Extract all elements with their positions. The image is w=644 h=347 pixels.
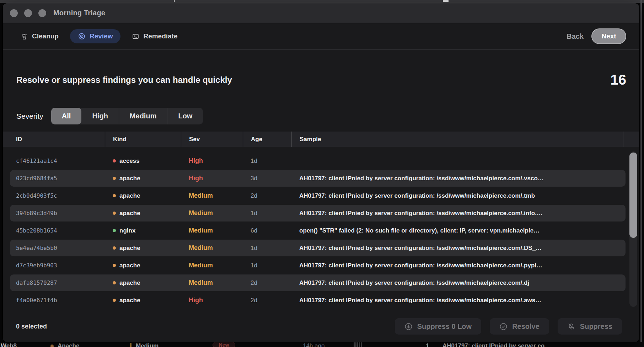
background-table-row: Web8 Apache Medium New 14h ago 1 AH01797… [0, 342, 644, 347]
severity-segment-medium[interactable]: Medium [119, 108, 167, 124]
finding-age: 6d [243, 227, 291, 234]
finding-severity: High [181, 157, 243, 165]
scrollbar-track[interactable] [629, 151, 637, 307]
minimize-window-button[interactable] [24, 9, 32, 17]
finding-age: 1d [243, 210, 291, 217]
new-badge: New [213, 342, 235, 347]
table-row[interactable]: 45be208b1654 nginx Medium 6d open() "STR… [3, 222, 639, 239]
finding-sample: AH01797: client IPnied by server configu… [291, 262, 639, 269]
column-header-sev: Sev [181, 132, 243, 147]
findings-table: IDKindSevAgeSample cf46121aa1c4 access H… [3, 132, 639, 309]
finding-severity: Medium [181, 279, 243, 287]
background-text-fragment [174, 0, 175, 2]
next-button[interactable]: Next [591, 28, 626, 44]
finding-age: 1d [243, 245, 291, 252]
finding-severity: Medium [181, 227, 243, 234]
finding-severity: High [181, 297, 243, 304]
column-header-age: Age [243, 132, 291, 147]
finding-id: 5e4ea74be5b0 [3, 245, 105, 251]
window-title: Morning Triage [53, 9, 105, 17]
finding-severity: High [181, 175, 243, 182]
severity-bar-icon [130, 343, 132, 347]
finding-severity: Medium [181, 262, 243, 269]
finding-kind: apache [105, 262, 181, 269]
finding-sample: open() "STR" failed (2: No such file or … [291, 227, 639, 234]
footer-bar: 0 selected Suppress 0 Low Resolve Suppre… [3, 318, 639, 335]
scrollbar-thumb[interactable] [629, 153, 637, 238]
finding-sample: AH01797: client IPnied by server configu… [291, 297, 639, 304]
resolve-button[interactable]: Resolve [490, 318, 549, 335]
table-row[interactable]: 394b89c3d49b apache Medium 1d AH01797: c… [3, 204, 639, 222]
finding-kind: access [105, 158, 181, 165]
finding-kind: apache [105, 192, 181, 199]
morning-triage-window: Morning Triage Cleanup Review Remediate … [3, 3, 639, 342]
finding-id: 2cb0d4903f5c [3, 192, 105, 199]
kind-dot-icon [113, 281, 116, 284]
close-window-button[interactable] [10, 9, 18, 17]
severity-segment-high[interactable]: High [81, 108, 118, 124]
finding-id: f4a00e671f4b [3, 297, 105, 304]
table-header-row: IDKindSevAgeSample [3, 132, 639, 147]
back-button[interactable]: Back [567, 32, 584, 41]
finding-id: d7c39eb9b903 [3, 262, 105, 269]
finding-age: 2d [243, 192, 291, 199]
column-header-kind: Kind [105, 132, 181, 147]
finding-kind: apache [105, 175, 181, 182]
background-kind-label: Apache [58, 342, 79, 347]
toolbar: Cleanup Review Remediate Back Next [3, 23, 639, 50]
titlebar: Morning Triage [3, 3, 639, 23]
sparkline-icon [354, 342, 362, 347]
severity-segment-low[interactable]: Low [167, 108, 203, 124]
finding-sample: AH01797: client IPnied by server configu… [291, 210, 639, 217]
table-row[interactable]: dafa81570287 apache Medium 2d AH01797: c… [3, 274, 639, 292]
finding-kind: apache [105, 279, 181, 287]
background-count-label: 1 [426, 342, 429, 347]
finding-age: 1d [243, 262, 291, 269]
table-row[interactable]: d7c39eb9b903 apache Medium 1d AH01797: c… [3, 257, 639, 274]
table-row[interactable]: 2cb0d4903f5c apache Medium 2d AH01797: c… [3, 187, 639, 204]
finding-sample: AH01797: client IPnied by server configu… [291, 175, 639, 182]
finding-age: 3d [243, 175, 291, 182]
kind-dot-icon [113, 264, 116, 267]
zoom-window-button[interactable] [38, 9, 46, 17]
bell-off-icon [567, 322, 575, 331]
column-header-sample: Sample [291, 132, 623, 147]
column-header-id: ID [3, 132, 105, 147]
selection-count-label: 0 selected [16, 323, 47, 330]
tab-cleanup[interactable]: Cleanup [16, 29, 64, 43]
finding-sample: AH01797: client IPnied by server configu… [291, 192, 639, 199]
kind-dot-icon [113, 299, 116, 302]
table-row[interactable]: cf46121aa1c4 access High 1d [3, 152, 639, 170]
table-row[interactable]: 023cd9684fa5 apache High 3d AH01797: cli… [3, 170, 639, 187]
kind-dot-icon [113, 194, 116, 197]
finding-id: cf46121aa1c4 [3, 158, 105, 164]
suppress-0-low-button[interactable]: Suppress 0 Low [395, 318, 481, 335]
tab-remediate[interactable]: Remediate [127, 29, 182, 43]
kind-dot-icon [113, 159, 116, 162]
kind-dot-icon [113, 229, 116, 232]
column-header-gutter [623, 132, 639, 147]
kind-dot-icon [113, 246, 116, 250]
severity-filter-label: Severity [16, 112, 43, 121]
arrow-down-circle-icon [404, 322, 413, 331]
finding-kind: apache [105, 297, 181, 304]
finding-kind: apache [105, 210, 181, 217]
tab-review[interactable]: Review [70, 29, 120, 43]
severity-segmented-control: AllHighMediumLow [51, 108, 203, 124]
footer-actions: Suppress 0 Low Resolve Suppress [395, 318, 622, 335]
step-tabs: Cleanup Review Remediate [16, 29, 183, 43]
background-age-label: 14h ago [303, 342, 324, 347]
findings-count: 16 [611, 72, 627, 88]
table-row[interactable]: f4a00e671f4b apache High 2d AH01797: cli… [3, 292, 639, 309]
step-header: Resolve or suppress findings you can han… [16, 72, 626, 88]
finding-kind: apache [105, 245, 181, 252]
finding-id: dafa81570287 [3, 279, 105, 286]
table-row[interactable]: 5e4ea74be5b0 apache Medium 1d AH01797: c… [3, 239, 639, 257]
suppress-button[interactable]: Suppress [558, 318, 622, 335]
finding-severity: Medium [181, 192, 243, 199]
terminal-icon [132, 33, 139, 40]
severity-segment-all[interactable]: All [51, 108, 82, 124]
finding-id: 023cd9684fa5 [3, 175, 105, 182]
trash-icon [21, 33, 28, 40]
finding-sample: AH01797: client IPnied by server configu… [291, 245, 639, 252]
